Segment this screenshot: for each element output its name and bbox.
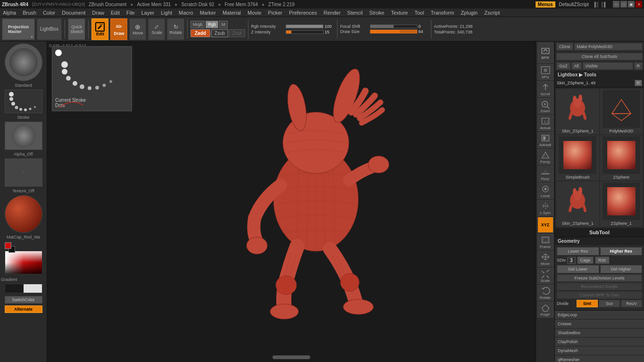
- qremesher-button[interactable]: qRemesher: [555, 355, 644, 362]
- menu-document[interactable]: Document: [61, 10, 86, 16]
- win-max[interactable]: □: [620, 1, 627, 8]
- scroll-handle[interactable]: [272, 355, 310, 359]
- visible-button[interactable]: Visible: [583, 62, 633, 70]
- make-polymesh-button[interactable]: Make PolyMesh3D: [574, 43, 643, 50]
- freeze-subdiv-button[interactable]: Freeze SubDivision Levels: [557, 274, 642, 282]
- zadd-button[interactable]: Zadd: [190, 29, 210, 37]
- menu-color[interactable]: Color: [42, 10, 56, 16]
- menu-light[interactable]: Light: [160, 10, 173, 16]
- color-picker-area[interactable]: [5, 251, 42, 274]
- menu-macro[interactable]: Macro: [178, 10, 194, 16]
- higher-res-button[interactable]: Higher Res: [600, 247, 643, 255]
- floor-button[interactable]: Floor: [537, 166, 553, 182]
- aahalf-button[interactable]: AAHalf: [537, 132, 553, 148]
- menu-zscript[interactable]: Zscript: [483, 10, 501, 16]
- menu-render[interactable]: Render: [322, 10, 341, 16]
- menu-tool[interactable]: Tool: [413, 10, 425, 16]
- sdiv-value[interactable]: 3: [567, 257, 576, 264]
- goz-button[interactable]: GoZ: [556, 62, 570, 70]
- menu-marker[interactable]: Marker: [199, 10, 217, 16]
- item-zsphere[interactable]: ZSphere: [600, 135, 643, 181]
- rstr-button[interactable]: Rstr: [595, 256, 610, 264]
- quick-sketch-button[interactable]: QuickSketch: [68, 18, 86, 40]
- clone-all-button[interactable]: Clone All SubTools: [556, 53, 643, 60]
- xyz-button[interactable]: XYZ: [537, 217, 553, 233]
- zoom-button[interactable]: Zoom: [537, 98, 553, 114]
- scale-button[interactable]: ⤢ Scale: [148, 18, 165, 40]
- drawsize-bar[interactable]: [370, 30, 417, 33]
- win-restore[interactable]: ▣: [628, 1, 635, 8]
- material-ball[interactable]: [5, 195, 42, 233]
- zsub-button[interactable]: Zsub: [211, 29, 228, 37]
- projection-master-button[interactable]: ProjectionMaster: [2, 18, 35, 40]
- switch-color-button[interactable]: SwitchColor: [5, 296, 42, 304]
- draw-button[interactable]: ✏ Draw: [110, 18, 127, 40]
- lightbox-tools-header[interactable]: Lightbox ▶ Tools: [555, 71, 644, 79]
- convert-bpr-button[interactable]: Convert BPR To Geo: [557, 291, 642, 299]
- menu-draw[interactable]: Draw: [91, 10, 105, 16]
- menu-movie[interactable]: Movie: [247, 10, 262, 16]
- item-skin-zsphere[interactable]: Skin_ZSphere_1: [556, 89, 599, 134]
- clone-button[interactable]: Clone: [556, 43, 573, 50]
- z-intensity-bar[interactable]: [286, 30, 323, 34]
- edgeloop-button[interactable]: EdgeLoop: [555, 311, 644, 320]
- brush-preview[interactable]: [5, 43, 42, 81]
- del-lower-button[interactable]: Del Lower: [557, 265, 599, 273]
- rotate-button[interactable]: ↻ Rotate: [167, 18, 184, 40]
- rgb-button[interactable]: Rgb: [206, 21, 218, 28]
- menu-edit[interactable]: Edit: [110, 10, 121, 16]
- item-skin-zsphere2[interactable]: Skin_ZSphere_1: [556, 181, 599, 227]
- suv-button[interactable]: Suv: [599, 300, 620, 307]
- rgb-intensity-bar[interactable]: [286, 25, 323, 28]
- canvas-area[interactable]: 0.426,-2.017,-0.512: [47, 41, 536, 362]
- local-button[interactable]: Local: [537, 183, 553, 199]
- rotate-col-button[interactable]: Rotate: [537, 285, 553, 301]
- win-min[interactable]: ─: [613, 1, 619, 8]
- r-top-button[interactable]: R: [635, 80, 643, 86]
- lightbox-button[interactable]: LightBox: [37, 18, 62, 40]
- foreground-color[interactable]: [5, 242, 11, 249]
- lsym-button[interactable]: L.Sym: [537, 200, 553, 216]
- move-col-button[interactable]: Move: [537, 251, 553, 267]
- gradient-bar[interactable]: [5, 284, 42, 293]
- menu-texture[interactable]: Texture: [390, 10, 409, 16]
- menu-preferences[interactable]: Preferences: [288, 10, 318, 16]
- color-swatch-area[interactable]: [5, 242, 42, 274]
- edit-button[interactable]: Edit: [91, 18, 108, 40]
- menu-file[interactable]: File: [125, 10, 136, 16]
- item-zsphere2[interactable]: ZSphere_1: [600, 181, 643, 227]
- reconstruct-subdiv-button[interactable]: Reconstruct Subdiv: [557, 283, 642, 290]
- menu-transform[interactable]: Transform: [429, 10, 455, 16]
- dot-1[interactable]: [55, 49, 62, 56]
- mrgb-button[interactable]: Mrgb: [190, 21, 205, 28]
- menus-button[interactable]: Menus: [536, 1, 555, 8]
- menu-material[interactable]: Material: [222, 10, 242, 16]
- alternate-button[interactable]: Alternate: [5, 305, 42, 313]
- menu-alpha[interactable]: Alpha: [2, 10, 17, 16]
- cage-button[interactable]: Cage: [577, 256, 594, 264]
- reuv-button[interactable]: ReuV: [621, 300, 642, 307]
- scale-col-button[interactable]: Scale: [537, 268, 553, 284]
- crease-button[interactable]: Crease: [555, 320, 644, 329]
- dynamesh-button[interactable]: DynaMesh: [555, 346, 644, 355]
- menu-zplugin[interactable]: Zplugin: [460, 10, 479, 16]
- geometry-header[interactable]: Geometry: [555, 237, 644, 245]
- smt-button[interactable]: Smt: [577, 300, 598, 307]
- scroll-button[interactable]: Scroll: [537, 81, 553, 97]
- menu-layer[interactable]: Layer: [140, 10, 156, 16]
- menu-picker[interactable]: Picker: [267, 10, 283, 16]
- claypolish-button[interactable]: ClayPolish: [555, 337, 644, 346]
- move-button[interactable]: ⊕ Move: [129, 18, 146, 40]
- r-button[interactable]: R: [634, 62, 643, 70]
- item-polymesh[interactable]: PolyMesh3D: [600, 89, 643, 134]
- m-button[interactable]: M: [219, 21, 228, 28]
- shadowbox-button[interactable]: ShadowBox: [555, 329, 644, 337]
- win-close[interactable]: ✕: [636, 1, 642, 8]
- frame-button[interactable]: Frame: [537, 234, 553, 250]
- menu-stencil[interactable]: Stencil: [346, 10, 363, 16]
- polyf-button[interactable]: PolyF: [537, 302, 553, 318]
- lower-res-button[interactable]: Lower Res: [557, 247, 599, 255]
- alpha-preview[interactable]: [5, 122, 42, 150]
- persp-button[interactable]: Persp: [537, 149, 553, 165]
- menu-stroke[interactable]: Stroke: [368, 10, 385, 16]
